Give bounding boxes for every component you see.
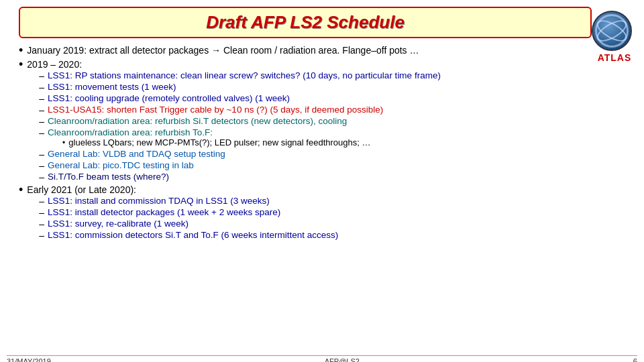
list-item: –LSS1: RP stations maintenance: clean li… bbox=[39, 70, 632, 81]
bullet1-text2: / bbox=[274, 45, 280, 56]
dash-icon: – bbox=[39, 219, 44, 229]
sub-item-text: Cleanroom/radiation area: refurbish Si.T… bbox=[48, 116, 347, 126]
list-item: –LSS1: install detector packages (1 week… bbox=[39, 207, 632, 218]
footer: 31/MAY/2019 AFP@LS2 6 bbox=[7, 355, 637, 362]
sub-item-text: LSS1: RP stations maintenance: clean lin… bbox=[48, 70, 441, 80]
sub-item-content: Cleanroom/radiation area: refurbish Si.T… bbox=[48, 116, 632, 126]
sub-item-content: LSS1: install detector packages (1 week … bbox=[48, 207, 632, 217]
bullet-icon: • bbox=[19, 44, 23, 58]
sub-item-text: LSS1: install and commission TDAQ in LSS… bbox=[48, 196, 270, 206]
sub-item-text: LSS1: survey, re-calibrate (1 week) bbox=[48, 219, 189, 229]
sub-item-text: Si.T/To.F beam tests (where?) bbox=[48, 172, 169, 182]
list-item: –General Lab: VLDB and TDAQ setup testin… bbox=[39, 149, 632, 160]
sub-item-content: Cleanroom/radiation area: refurbish To.F… bbox=[48, 127, 632, 148]
bullet1-content: January 2019: extract all detector packa… bbox=[27, 45, 632, 56]
bullet-icon: • bbox=[19, 58, 23, 72]
content-area: • January 2019: extract all detector pac… bbox=[19, 45, 632, 241]
sub-list-3: –LSS1: install and commission TDAQ in LS… bbox=[39, 196, 632, 241]
dash-icon: – bbox=[39, 172, 44, 182]
sub-item-content: Si.T/To.F beam tests (where?) bbox=[48, 172, 632, 182]
list-item: –General Lab: pico.TDC testing in lab bbox=[39, 160, 632, 171]
footer-center: AFP@LS2 bbox=[325, 357, 360, 362]
sub-item-content: LSS1: commission detectors Si.T and To.F… bbox=[48, 230, 632, 240]
list-item: –LSS1: commission detectors Si.T and To.… bbox=[39, 230, 632, 241]
dash-icon: – bbox=[39, 105, 44, 115]
list-item: –LSS1-USA15: shorten Fast Trigger cable … bbox=[39, 105, 632, 115]
sub-item-content: LSS1: install and commission TDAQ in LSS… bbox=[48, 196, 632, 206]
sub-item-content: LSS1: survey, re-calibrate (1 week) bbox=[48, 219, 632, 229]
list-item: –LSS1: install and commission TDAQ in LS… bbox=[39, 196, 632, 206]
list-item: • January 2019: extract all detector pac… bbox=[19, 45, 632, 58]
bullet3-content: Early 2021 (or Late 2020): –LSS1: instal… bbox=[27, 184, 632, 241]
list-item: •glueless LQbars; new MCP-PMTs(?); LED p… bbox=[62, 137, 632, 147]
bullet3-text: Early 2021 (or Late 2020): bbox=[27, 184, 136, 195]
list-item: –LSS1: cooling upgrade (remotely control… bbox=[39, 93, 632, 104]
sub-item-text: LSS1: cooling upgrade (remotely controll… bbox=[48, 93, 290, 103]
list-item: –LSS1: survey, re-calibrate (1 week) bbox=[39, 219, 632, 229]
sub-item-text: LSS1: install detector packages (1 week … bbox=[48, 207, 280, 217]
dash-icon: – bbox=[39, 82, 44, 93]
sub-item-text: LSS1: commission detectors Si.T and To.F… bbox=[48, 230, 338, 240]
sub-item-text: General Lab: VLDB and TDAQ setup testing bbox=[48, 149, 225, 159]
sub-item-content: LSS1-USA15: shorten Fast Trigger cable b… bbox=[48, 105, 632, 115]
dash-icon: – bbox=[39, 207, 44, 218]
list-item: • 2019 – 2020: –LSS1: RP stations mainte… bbox=[19, 59, 632, 183]
atlas-label: ATLAS bbox=[592, 52, 637, 63]
bullet1-text1: January 2019: extract all detector packa… bbox=[27, 45, 274, 56]
sub-item-content: LSS1: RP stations maintenance: clean lin… bbox=[48, 70, 632, 80]
sub-list-2: –LSS1: RP stations maintenance: clean li… bbox=[39, 70, 632, 182]
footer-center-text: AFP@LS2 bbox=[325, 357, 360, 362]
list-item: –Cleanroom/radiation area: refurbish To.… bbox=[39, 127, 632, 148]
bullet2-text: 2019 – 2020: bbox=[27, 59, 82, 70]
list-item: • Early 2021 (or Late 2020): –LSS1: inst… bbox=[19, 184, 632, 241]
bullet-icon: • bbox=[62, 138, 65, 147]
sub-item-content: General Lab: pico.TDC testing in lab bbox=[48, 160, 632, 170]
sub-item-text: LSS1-USA15: shorten Fast Trigger cable b… bbox=[48, 105, 383, 115]
slide: ATLAS Draft AFP LS2 Schedule • January 2… bbox=[0, 7, 644, 362]
dash-icon: – bbox=[39, 93, 44, 104]
sub-item-text: Cleanroom/radiation area: refurbish To.F… bbox=[48, 127, 213, 137]
sub-item-content: LSS1: cooling upgrade (remotely controll… bbox=[48, 93, 632, 103]
sub-item-content: General Lab: VLDB and TDAQ setup testing bbox=[48, 149, 632, 159]
atlas-logo: ATLAS bbox=[592, 11, 637, 56]
dash-icon: – bbox=[39, 70, 44, 81]
sub-sub-list: •glueless LQbars; new MCP-PMTs(?); LED p… bbox=[62, 137, 632, 147]
footer-left: 31/MAY/2019 bbox=[7, 357, 51, 362]
dash-icon: – bbox=[39, 116, 44, 127]
list-item: –Si.T/To.F beam tests (where?) bbox=[39, 172, 632, 182]
dash-icon: – bbox=[39, 127, 44, 138]
sub-item-content: LSS1: movement tests (1 week) bbox=[48, 82, 632, 92]
bullet1-text3: radiation area. Flange–off pots … bbox=[280, 45, 419, 56]
dash-icon: – bbox=[39, 160, 44, 171]
sub-item-text: General Lab: pico.TDC testing in lab bbox=[48, 160, 194, 170]
main-list: • January 2019: extract all detector pac… bbox=[19, 45, 632, 241]
dash-icon: – bbox=[39, 149, 44, 160]
dash-icon: – bbox=[39, 230, 44, 241]
dash-icon: – bbox=[39, 196, 44, 206]
title-box: Draft AFP LS2 Schedule bbox=[19, 7, 592, 38]
bullet-icon: • bbox=[19, 183, 23, 197]
sub-sub-text: glueless LQbars; new MCP-PMTs(?); LED pu… bbox=[68, 137, 370, 147]
list-item: –LSS1: movement tests (1 week) bbox=[39, 82, 632, 93]
bullet2-content: 2019 – 2020: –LSS1: RP stations maintena… bbox=[27, 59, 632, 183]
list-item: –Cleanroom/radiation area: refurbish Si.… bbox=[39, 116, 632, 127]
footer-right: 6 bbox=[633, 357, 637, 362]
sub-item-text: LSS1: movement tests (1 week) bbox=[48, 82, 176, 92]
slide-title: Draft AFP LS2 Schedule bbox=[206, 12, 405, 32]
